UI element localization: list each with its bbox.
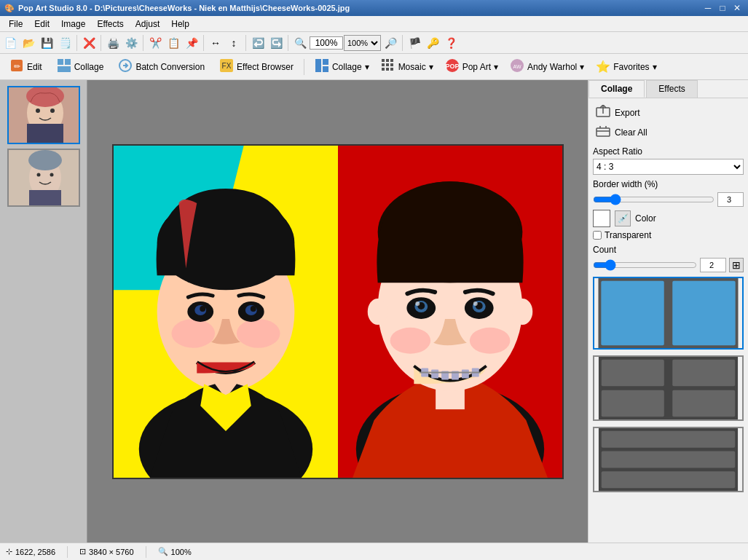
svg-point-64 [473,301,477,306]
nav-collage-dd-label: Collage [332,62,362,72]
tab-collage[interactable]: Collage [588,80,645,98]
titlebar: 🎨 Pop Art Studio 8.0 - D:\Pictures\Chees… [0,0,748,16]
flag-button[interactable]: 🏴 [406,34,423,52]
thumbnail-1[interactable] [7,86,80,144]
collage-layout-1[interactable] [593,277,744,350]
svg-rect-19 [390,68,393,71]
svg-rect-32 [29,190,61,207]
print-settings-button[interactable]: ⚙️ [122,34,140,52]
aspect-ratio-select[interactable]: 4 : 3 1 : 1 3 : 2 16 : 9 A4 [593,159,744,175]
zoom-select[interactable]: 100%50%200% [344,35,381,51]
zoom-status-value: 100% [171,548,192,556]
cut-button[interactable]: ✂️ [146,34,164,52]
svg-rect-8 [315,59,321,72]
main-area: Collage Effects Export Clear All Aspect … [0,80,748,543]
svg-rect-2 [58,59,63,65]
nav-favorites-button[interactable]: ⭐ Favorites ▾ [589,57,660,77]
nav-collage-label: Collage [74,62,104,72]
batch-icon [118,58,133,76]
menu-file[interactable]: File [3,17,28,31]
nav-warhol-button[interactable]: AW Andy Warhol ▾ [503,57,588,77]
thumb2-img [9,150,80,207]
svg-rect-13 [390,59,393,62]
app-icon: 🎨 [4,4,15,13]
size-icon: ⊡ [79,547,86,556]
svg-rect-14 [382,63,385,66]
nav-collage-button[interactable]: Collage [50,57,111,77]
nav-toolbar: ✏ Edit Collage Batch Conversion FX Effec… [0,54,748,80]
svg-rect-91 [602,471,735,488]
key-button[interactable]: 🔑 [424,34,441,52]
paste-button[interactable]: 📌 [183,34,200,52]
export-button[interactable]: Export [593,103,744,122]
right-panel-content: Export Clear All Aspect Ratio 4 : 3 1 : … [588,98,748,543]
titlebar-left: 🎨 Pop Art Studio 8.0 - D:\Pictures\Chees… [4,4,350,13]
right-panel-tabs: Collage Effects [588,80,748,98]
border-width-slider[interactable] [593,194,714,205]
nav-effect-browser-button[interactable]: FX Effect Browser [213,57,300,77]
save-as-button[interactable]: 🗒️ [56,34,74,52]
aspect-ratio-label: Aspect Ratio [593,146,744,157]
menu-effects[interactable]: Effects [91,17,129,31]
print-button[interactable]: 🖨️ [104,34,122,52]
svg-rect-76 [597,128,610,136]
undo-button[interactable]: ↩️ [249,34,267,52]
nav-edit-button[interactable]: ✏ Edit [3,57,49,77]
color-swatch[interactable] [593,210,610,227]
redo-button[interactable]: ↪️ [267,34,285,52]
border-width-input[interactable] [717,192,744,207]
close-button[interactable]: ✕ [731,2,744,14]
sep7 [402,35,403,51]
collage-previews [593,277,744,492]
zoom-value: 100% [310,36,343,50]
maximize-button[interactable]: □ [716,2,729,14]
titlebar-controls: ─ □ ✕ [701,2,744,14]
svg-rect-89 [602,431,735,448]
sep2 [101,35,101,51]
help-button[interactable]: ❓ [442,34,460,52]
eyedropper-button[interactable]: 💉 [615,210,631,226]
nav-mosaic-button[interactable]: Mosaic ▾ [374,57,437,77]
menu-edit[interactable]: Edit [28,17,55,31]
nav-batch-button[interactable]: Batch Conversion [111,57,211,77]
menu-help[interactable]: Help [165,17,195,31]
thumbnail-2[interactable] [7,149,80,207]
thumbnail-panel [0,80,87,543]
count-grid-button[interactable]: ⊞ [729,258,744,272]
transparent-checkbox[interactable] [593,231,602,240]
new-button[interactable]: 📄 [1,34,19,52]
copy-button[interactable]: 📋 [165,34,182,52]
close-img-button[interactable]: ❌ [80,34,98,52]
favorites-chevron: ▾ [653,62,657,72]
flip-h-button[interactable]: ↔️ [207,34,224,52]
nav-effect-browser-label: Effect Browser [237,62,294,72]
svg-point-34 [36,173,40,177]
nav-popart-button[interactable]: POP Pop Art ▾ [438,57,502,77]
cursor-icon: ⊹ [6,547,12,556]
zoom-in-button[interactable]: 🔍 [291,34,309,52]
svg-rect-4 [58,66,71,72]
svg-rect-15 [386,63,389,66]
svg-point-55 [367,299,387,325]
svg-point-56 [512,299,532,325]
clear-all-button[interactable]: Clear All [593,122,744,142]
tab-effects[interactable]: Effects [646,80,697,98]
open-button[interactable]: 📂 [20,34,37,52]
warhol-chevron: ▾ [580,62,584,72]
save-button[interactable]: 💾 [38,34,55,52]
flip-v-button[interactable]: ↕️ [225,34,243,52]
collage-layout-2[interactable] [593,355,744,421]
minimize-button[interactable]: ─ [701,2,714,14]
count-input[interactable] [700,258,726,272]
svg-point-42 [236,318,280,347]
zoom-out-button[interactable]: 🔎 [382,34,399,52]
sep3 [143,35,143,51]
svg-rect-86 [602,390,664,417]
nav-popart-label: Pop Art [462,62,491,72]
nav-collage-dd-button[interactable]: Collage ▾ [308,57,373,77]
collage-layout-3[interactable] [593,427,744,492]
count-slider[interactable] [593,259,697,271]
menu-image[interactable]: Image [55,17,91,31]
pop-art-canvas [112,144,564,479]
menu-adjust[interactable]: Adjust [130,17,165,31]
